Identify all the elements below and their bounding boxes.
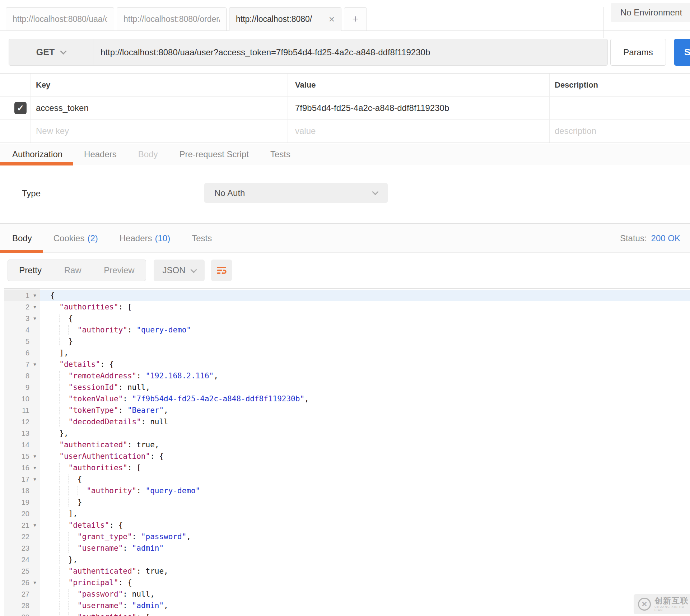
line-gutter: 22 (4, 531, 40, 542)
line-gutter: 12 (4, 416, 40, 428)
new-tab-button[interactable]: + (344, 7, 367, 31)
response-tab-cookies[interactable]: Cookies(2) (43, 224, 109, 253)
url-input[interactable]: http://localhost:8080/uaa/user?access_to… (93, 39, 607, 65)
new-value-input[interactable]: value (288, 120, 550, 143)
auth-type-select[interactable]: No Auth (204, 183, 388, 203)
format-select[interactable]: JSON (154, 260, 205, 281)
view-mode-pretty[interactable]: Pretty (17, 265, 44, 275)
code-tokens: "username": "admin" (40, 544, 164, 552)
fold-toggle-icon[interactable] (30, 579, 39, 586)
watermark-title: 创新互联 (654, 597, 690, 605)
key-cell[interactable]: access_token (31, 97, 288, 119)
line-number: 25 (4, 567, 30, 575)
request-tab[interactable]: http://localhost:8080/order/ (117, 7, 227, 31)
line-number: 5 (4, 337, 30, 346)
line-number: 19 (4, 498, 30, 507)
line-gutter: 11 (4, 405, 40, 416)
indent-guide (68, 325, 69, 335)
value-cell[interactable]: 7f9b54d4-fd25-4a2c-a848-ddf8f119230b (288, 97, 550, 119)
row-checkbox[interactable] (14, 102, 27, 114)
tab-pre-request-script[interactable]: Pre-request Script (169, 144, 260, 165)
params-placeholder-row: New keyvaluedescription (0, 120, 690, 143)
code-text: "details": { (40, 519, 690, 531)
tab-headers[interactable]: Headers (73, 144, 127, 165)
code-text: { (40, 473, 690, 485)
indent-guide (59, 509, 60, 518)
line-number: 2 (4, 303, 30, 311)
code-text: ], (40, 347, 690, 359)
code-line: 19 } (4, 496, 690, 508)
chevron-down-icon (372, 188, 378, 195)
chevron-down-icon (60, 48, 67, 54)
send-button[interactable]: Send (674, 39, 690, 66)
tab-tests[interactable]: Tests (260, 144, 301, 165)
line-gutter: 10 (4, 393, 40, 405)
response-tab-label: Body (12, 233, 32, 243)
response-tab-tests[interactable]: Tests (181, 224, 223, 253)
code-line: 7 "details": { (4, 359, 690, 370)
auth-type-value: No Auth (214, 188, 245, 198)
checkbox-column-header (4, 74, 31, 96)
response-tab-body[interactable]: Body (0, 224, 43, 253)
tab-strip: http://localhost:8080/uaa/ohttp://localh… (6, 7, 367, 31)
fold-toggle-icon[interactable] (30, 465, 39, 471)
indent-guide (59, 325, 60, 335)
params-table-body: access_token7f9b54d4-fd25-4a2c-a848-ddf8… (0, 97, 690, 143)
tab-authorization[interactable]: Authorization (0, 144, 73, 165)
code-tokens: ], (40, 349, 69, 357)
response-tab-headers[interactable]: Headers(10) (109, 224, 181, 253)
send-button-label: Send (684, 47, 690, 58)
close-tab-icon[interactable]: × (329, 14, 335, 24)
key-value: access_token (36, 103, 89, 113)
tab-body[interactable]: Body (127, 144, 169, 165)
code-text: } (40, 336, 690, 347)
line-number: 14 (4, 441, 30, 449)
code-line: 24 }, (4, 554, 690, 565)
indent-guide (59, 532, 60, 541)
request-section-tabs: AuthorizationHeadersBodyPre-request Scri… (0, 144, 690, 165)
response-tab-count: (2) (87, 233, 98, 243)
line-number: 6 (4, 349, 30, 357)
line-gutter: 23 (4, 542, 40, 554)
request-tab[interactable]: http://localhost:8080/× (229, 7, 341, 31)
description-cell[interactable] (550, 97, 690, 119)
view-mode-raw[interactable]: Raw (62, 265, 84, 275)
line-number: 27 (4, 590, 30, 598)
code-line: 27 "password": null, (4, 588, 690, 600)
indent-guide (59, 394, 60, 403)
line-gutter: 26 (4, 577, 40, 588)
line-number: 24 (4, 556, 30, 564)
fold-toggle-icon[interactable] (30, 292, 39, 299)
code-line: 28 "username": "admin", (4, 600, 690, 611)
fold-toggle-icon[interactable] (30, 522, 39, 528)
code-text: "authenticated": true, (40, 439, 690, 451)
method-select[interactable]: GET (9, 39, 93, 65)
code-tokens: "authorities": [ (40, 613, 150, 616)
fold-toggle-icon[interactable] (30, 315, 39, 322)
wrap-text-button[interactable] (211, 260, 232, 281)
view-mode-preview[interactable]: Preview (102, 265, 136, 275)
code-line: 1{ (4, 290, 690, 301)
checkbox-cell (4, 120, 31, 143)
fold-toggle-icon[interactable] (30, 476, 39, 482)
fold-toggle-icon[interactable] (30, 614, 39, 616)
fold-toggle-icon[interactable] (30, 361, 39, 368)
code-text: "password": null, (40, 588, 690, 600)
indent-guide (59, 601, 60, 610)
fold-toggle-icon[interactable] (30, 304, 39, 310)
indent-guide (59, 337, 60, 346)
new-key-input[interactable]: New key (31, 120, 288, 143)
environment-selector[interactable]: No Environment (611, 3, 690, 22)
code-tokens: } (40, 498, 82, 507)
indent-guide (59, 486, 60, 495)
request-tab[interactable]: http://localhost:8080/uaa/o (6, 7, 114, 31)
indent-guide (59, 475, 60, 484)
params-button[interactable]: Params (610, 39, 666, 66)
line-gutter: 1 (4, 290, 40, 301)
new-description-input[interactable]: description (550, 120, 690, 143)
line-gutter: 27 (4, 588, 40, 600)
code-text: { (40, 290, 690, 301)
watermark-logo-icon: ✕ (638, 598, 651, 611)
fold-toggle-icon[interactable] (30, 453, 39, 459)
indent-guide (68, 532, 69, 541)
